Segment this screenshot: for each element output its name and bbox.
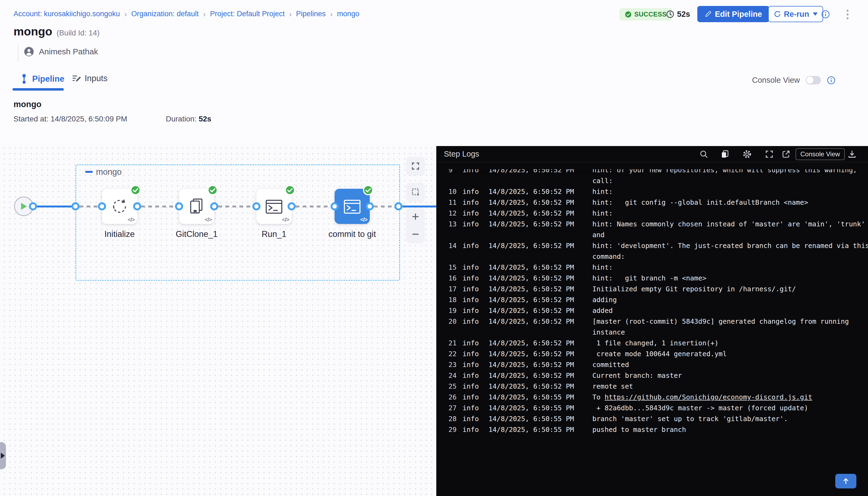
log-row: command: bbox=[436, 251, 868, 262]
log-line-number: 26 bbox=[436, 392, 463, 403]
play-icon bbox=[20, 202, 28, 211]
log-line-number: 14 bbox=[436, 241, 463, 251]
terminal-icon bbox=[263, 196, 285, 217]
connector-line bbox=[33, 205, 76, 207]
duration-value: 52s bbox=[677, 10, 690, 19]
log-link[interactable]: https://github.com/Sonichigo/economy-dis… bbox=[605, 393, 812, 401]
log-level: info bbox=[463, 414, 489, 424]
log-message: hint: 'development'. The just-created br… bbox=[592, 241, 868, 251]
log-line-number: 24 bbox=[436, 370, 463, 381]
breadcrumb-item[interactable]: Project: Default Project bbox=[210, 10, 284, 18]
log-row: 9info14/8/2025, 6:50:52 PMhint: of your … bbox=[436, 165, 868, 175]
log-line-number: 25 bbox=[436, 381, 463, 392]
log-message: hint: bbox=[592, 262, 613, 273]
log-message: adding bbox=[592, 295, 617, 305]
log-timestamp: 14/8/2025, 6:50:52 PM bbox=[489, 197, 592, 208]
connector-port[interactable] bbox=[288, 202, 296, 211]
log-line-number: 10 bbox=[436, 186, 463, 197]
log-message: To https://github.com/Sonichigo/economy-… bbox=[592, 392, 812, 403]
info-icon[interactable] bbox=[827, 76, 836, 84]
connector-line bbox=[218, 205, 252, 207]
edit-pipeline-button[interactable]: Edit Pipeline bbox=[697, 6, 769, 22]
console-view-button-label: Console View bbox=[800, 150, 840, 158]
tab-pipeline[interactable]: Pipeline bbox=[19, 74, 64, 84]
console-view-button[interactable]: Console View bbox=[795, 148, 845, 160]
connector-port[interactable] bbox=[210, 202, 218, 211]
log-message: call: bbox=[592, 175, 613, 186]
log-timestamp: 14/8/2025, 6:50:52 PM bbox=[489, 338, 592, 348]
tab-inputs[interactable]: Inputs bbox=[72, 74, 107, 83]
breadcrumb-item[interactable]: Organization: default bbox=[131, 10, 199, 18]
log-body[interactable]: 9info14/8/2025, 6:50:52 PMhint: of your … bbox=[436, 162, 868, 496]
edit-pipeline-label: Edit Pipeline bbox=[715, 10, 762, 19]
log-message: committed bbox=[592, 359, 629, 370]
user-avatar-icon bbox=[24, 47, 34, 57]
chevron-right-icon: › bbox=[330, 10, 333, 18]
connector-port[interactable] bbox=[72, 202, 79, 211]
stage-group-label: mongo bbox=[96, 167, 122, 177]
connector-port[interactable] bbox=[133, 202, 141, 211]
scroll-to-top-button[interactable] bbox=[835, 474, 856, 489]
info-icon[interactable] bbox=[821, 10, 830, 19]
started-at: Started at: 14/8/2025, 6:50:09 PM bbox=[14, 115, 127, 123]
chevron-right-icon: › bbox=[203, 10, 205, 18]
settings-gear-icon[interactable] bbox=[743, 150, 752, 159]
log-timestamp: 14/8/2025, 6:50:55 PM bbox=[489, 424, 592, 435]
connector-port[interactable] bbox=[98, 202, 106, 211]
rerun-button[interactable]: Re-run bbox=[768, 6, 823, 22]
log-level bbox=[463, 251, 489, 262]
connector-port[interactable] bbox=[366, 202, 374, 211]
log-level: info bbox=[463, 359, 489, 370]
log-level: info bbox=[463, 305, 489, 316]
duration-row: Duration: 52s bbox=[166, 115, 211, 123]
fullscreen-icon[interactable] bbox=[765, 150, 774, 159]
connector-line bbox=[79, 205, 98, 207]
more-options-menu[interactable] bbox=[845, 8, 850, 21]
breadcrumb-item[interactable]: Account: kurosakiichigo.songoku bbox=[14, 10, 120, 18]
console-view-label: Console View bbox=[752, 76, 800, 84]
breadcrumb-item[interactable]: Pipelines bbox=[296, 10, 326, 18]
connector-line bbox=[296, 205, 330, 207]
log-message: hint: git config --global init.defaultBr… bbox=[592, 197, 808, 208]
log-message: added bbox=[592, 305, 613, 316]
collapse-stage-icon[interactable] bbox=[85, 171, 93, 173]
log-row: 15info14/8/2025, 6:50:52 PMhint: bbox=[436, 262, 868, 273]
zoom-controls[interactable] bbox=[406, 208, 425, 243]
log-timestamp bbox=[489, 230, 592, 241]
connector-port[interactable] bbox=[252, 202, 261, 211]
search-icon[interactable] bbox=[699, 150, 709, 159]
log-line-number: 16 bbox=[436, 273, 463, 284]
log-timestamp: 14/8/2025, 6:50:52 PM bbox=[489, 381, 592, 392]
log-level: info bbox=[463, 165, 489, 175]
breadcrumb-item[interactable]: mongo bbox=[337, 10, 359, 18]
divider bbox=[18, 44, 18, 62]
log-row: call: bbox=[436, 175, 868, 186]
connector-port[interactable] bbox=[175, 202, 183, 211]
chevron-down-icon bbox=[813, 13, 818, 16]
open-in-new-icon[interactable] bbox=[781, 150, 791, 159]
console-view-toggle[interactable] bbox=[806, 76, 821, 84]
log-row: 18info14/8/2025, 6:50:52 PMadding bbox=[436, 295, 868, 305]
breadcrumb: Account: kurosakiichigo.songoku›Organiza… bbox=[14, 10, 359, 18]
zoom-in-button[interactable] bbox=[411, 212, 420, 221]
connector-line bbox=[141, 205, 175, 207]
log-message: 1 file changed, 1 insertion(+) bbox=[592, 338, 719, 348]
connector-port[interactable] bbox=[394, 202, 402, 211]
log-row: 24info14/8/2025, 6:50:52 PMCurrent branc… bbox=[436, 370, 868, 381]
connector-port[interactable] bbox=[29, 202, 37, 211]
rerun-label: Re-run bbox=[784, 10, 809, 19]
expand-left-panel-handle[interactable] bbox=[0, 442, 6, 469]
copy-icon[interactable] bbox=[720, 150, 729, 159]
log-message: and bbox=[592, 230, 605, 241]
fit-to-screen-button[interactable] bbox=[406, 157, 425, 175]
log-level: info bbox=[463, 262, 489, 273]
zoom-out-button[interactable] bbox=[411, 230, 420, 239]
log-level: info bbox=[463, 392, 489, 403]
log-message: command: bbox=[592, 251, 625, 262]
marquee-select-button[interactable] bbox=[406, 183, 425, 201]
download-icon[interactable] bbox=[848, 150, 857, 159]
log-line-number bbox=[436, 251, 463, 262]
connector-port[interactable] bbox=[330, 202, 339, 211]
rerun-icon bbox=[774, 10, 781, 18]
success-check-badge bbox=[284, 184, 296, 196]
